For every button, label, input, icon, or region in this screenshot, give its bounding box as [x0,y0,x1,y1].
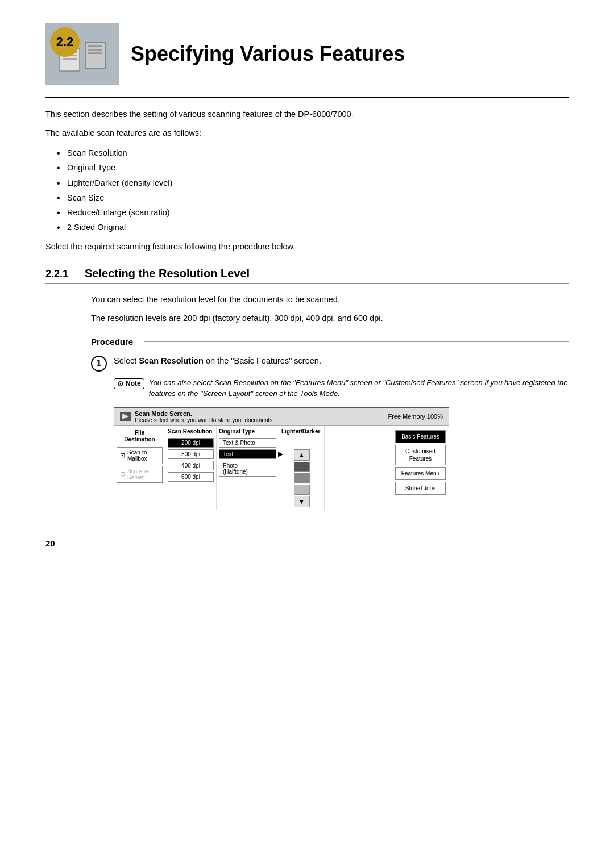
svg-rect-7 [88,52,102,54]
step-1-text: Select Scan Resolution on the "Basic Fea… [114,354,569,368]
density-bar [294,473,310,483]
step-1-number: 1 [91,356,107,372]
arrow-right-icon: ▶ [278,450,283,458]
list-item: Original Type [57,160,569,175]
screen-left-col: File Destination ⊡ Scan-to-Mailbox ⊡ Sca… [114,426,165,510]
screen-memory-text: Free Memory 100% [388,413,443,420]
screen-left-header: File Destination [114,428,165,445]
screen-body: File Destination ⊡ Scan-to-Mailbox ⊡ Sca… [114,426,449,510]
screen-title-text: Scan Mode Screen. [135,410,274,417]
density-bar [294,485,310,495]
version-badge: 2.2 [50,27,80,57]
step-1-row: 1 Select Scan Resolution on the "Basic F… [91,354,569,372]
procedure-rule [144,341,569,342]
procedure-section: Procedure [91,337,569,347]
svg-rect-3 [63,58,77,60]
subsection-header: 2.2.1 Selecting the Resolution Level [45,267,569,280]
subsection-para2: The resolution levels are 200 dpi (facto… [91,312,569,325]
step-text-post: on the "Basic Features" screen. [204,356,321,365]
stored-jobs-button[interactable]: Stored Jobs [395,482,446,495]
dpi-600-button[interactable]: 600 dpi [168,472,214,482]
screen-main-cols: Scan Resolution 200 dpi 300 dpi 400 dpi … [165,426,392,510]
intro-para2: The available scan features are as follo… [45,127,569,140]
header-rule [45,97,569,98]
scan-to-mailbox-button[interactable]: ⊡ Scan-to-Mailbox [117,447,163,464]
lighter-darker-header: Lighter/Darker [281,428,322,435]
note-icon: ⊙ [117,379,123,388]
basic-features-button[interactable]: Basic Features [395,430,446,443]
screen-mockup: Scan Mode Screen. Please select where yo… [114,407,449,510]
list-item: 2 Sided Original [57,220,569,235]
subsection-content: You can select the resolution level for … [91,293,569,510]
svg-rect-6 [88,49,102,51]
density-down-button[interactable]: ▼ [294,496,310,507]
procedure-label-text: Procedure [91,337,133,347]
mailbox-icon: ⊡ [120,452,125,459]
text-photo-button[interactable]: Text & Photo [219,438,276,448]
screen-right-col: Basic Features CustomisedFeatures Featur… [392,426,449,510]
page-title: Specifying Various Features [131,42,405,66]
intro-para3: Select the required scanning features fo… [45,240,569,253]
dpi-400-button[interactable]: 400 dpi [168,461,214,470]
list-item: Scan Size [57,190,569,205]
text-button[interactable]: Text [219,449,276,459]
note-badge: ⊙ Note [114,378,144,389]
customised-features-button[interactable]: CustomisedFeatures [395,445,446,465]
intro-para1: This section describes the setting of va… [45,108,569,121]
lighter-darker-col: Lighter/Darker ▲ ▼ [279,426,325,510]
density-bar-group: ▲ ▼ [281,449,322,507]
note-badge-text: Note [126,379,141,387]
page-number: 20 [45,539,569,548]
header-icon-box: 2.2 [45,23,119,85]
note-text: You can also select Scan Resolution on t… [149,377,569,399]
subsection-rule [45,283,569,284]
subsection-para1: You can select the resolution level for … [91,293,569,306]
page-header: 2.2 Specifying Various Features [45,23,569,85]
note-row: ⊙ Note You can also select Scan Resoluti… [114,377,569,399]
server-label: Scan-to-Server [127,468,149,481]
scan-resolution-col: Scan Resolution 200 dpi 300 dpi 400 dpi … [165,426,217,510]
dpi-200-button[interactable]: 200 dpi [168,438,214,448]
step-text-bold: Scan Resolution [139,356,204,365]
features-menu-button[interactable]: Features Menu [395,467,446,480]
scan-to-server-button[interactable]: ⊡ Scan-to-Server [117,466,163,483]
screen-top-bar: Scan Mode Screen. Please select where yo… [114,408,449,426]
screen-title-block: Scan Mode Screen. Please select where yo… [135,410,274,423]
server-icon: ⊡ [120,470,125,478]
step-text-pre: Select [114,356,139,365]
subsection-number: 2.2.1 [45,268,77,280]
density-bar [294,462,310,472]
list-item: Scan Resolution [57,145,569,160]
screen-title-group: Scan Mode Screen. Please select where yo… [120,410,274,423]
photo-halftone-button[interactable]: Photo(Halftone) [219,461,276,477]
list-item: Lighter/Darker (density level) [57,176,569,190]
subsection-title: Selecting the Resolution Level [85,267,250,280]
mailbox-label: Scan-to-Mailbox [127,449,149,462]
screen-icon [120,412,131,421]
feature-list: Scan Resolution Original Type Lighter/Da… [57,145,569,235]
dpi-300-button[interactable]: 300 dpi [168,449,214,459]
svg-rect-5 [88,45,102,47]
scan-resolution-header: Scan Resolution [168,428,214,435]
procedure-label: Procedure [91,337,569,347]
original-type-col: Original Type Text & Photo Text ▶ Photo(… [217,426,279,510]
original-type-header: Original Type [219,428,276,435]
density-up-button[interactable]: ▲ [294,449,310,461]
screen-subtitle-text: Please select where you want to store yo… [135,417,274,423]
list-item: Reduce/Enlarge (scan ratio) [57,205,569,220]
